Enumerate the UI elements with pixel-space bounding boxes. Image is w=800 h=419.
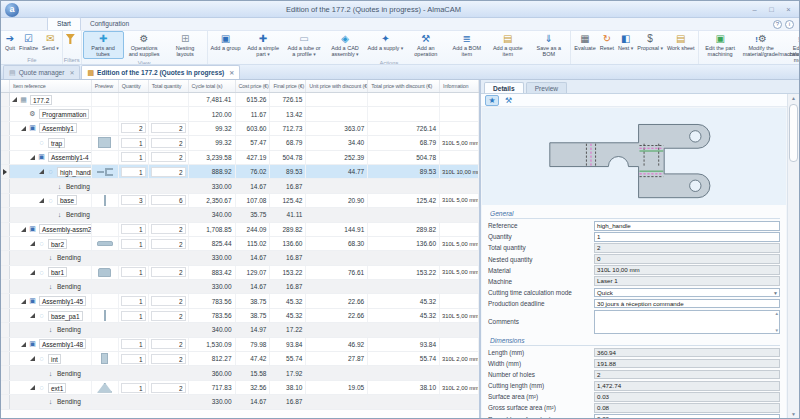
- doc-tab-edition-of-the-177-2-quotes-in-progress[interactable]: ▤Edition of the 177.2 (Quotes in progres…: [81, 65, 240, 79]
- add-a-tube-or-a-profile-button[interactable]: ▭Add a tube or a profile ▾: [284, 31, 325, 59]
- column-header-final-price[interactable]: Final price (€): [270, 80, 306, 92]
- reference-field[interactable]: high_handle: [594, 221, 780, 231]
- row-selector[interactable]: [1, 280, 10, 293]
- quantity-value[interactable]: 2: [151, 311, 186, 321]
- expander-icon[interactable]: [30, 270, 35, 275]
- quantity-value[interactable]: 2: [151, 239, 186, 249]
- table-row[interactable]: ▣Assembly-assm25121,708.85244.09289.8214…: [1, 223, 479, 237]
- details-tab-details[interactable]: Details: [484, 82, 524, 93]
- table-row[interactable]: ◌int12812.2747.4255.7427.8755.74310L 2,0…: [1, 352, 479, 366]
- nest-button[interactable]: ◧Nest ▾: [616, 31, 635, 53]
- quantity-value[interactable]: 3: [121, 195, 146, 205]
- table-row[interactable]: ↓Bending360.0015.5817.92: [1, 366, 479, 380]
- quit-button[interactable]: ➔Quit: [3, 31, 17, 53]
- tools-icon[interactable]: ⚒: [503, 95, 514, 106]
- add-a-quote-item-button[interactable]: ▤Add a quote item: [487, 31, 528, 59]
- quantity-value[interactable]: 2: [151, 339, 186, 349]
- row-selector[interactable]: [1, 179, 10, 192]
- edit-the-calculation-modes-button[interactable]: !$Edit the calculation modes: [782, 31, 799, 65]
- row-selector[interactable]: [1, 381, 10, 394]
- table-row[interactable]: ◌high_handle12888.9276.0289.5344.7789.53…: [1, 165, 479, 179]
- scrollbar-thumb[interactable]: [789, 104, 798, 162]
- table-row[interactable]: ↓Bending340.0035.7541.11: [1, 208, 479, 222]
- quantity-field[interactable]: 1: [594, 232, 780, 242]
- proposal-button[interactable]: $Proposal ▾: [635, 31, 665, 53]
- expander-icon[interactable]: [12, 97, 17, 102]
- row-selector[interactable]: [1, 165, 10, 178]
- table-row[interactable]: ◌base_pa112783.5638.7545.3222.6645.32310…: [1, 309, 479, 323]
- almacam-logo[interactable]: a: [5, 3, 19, 17]
- row-selector[interactable]: [1, 352, 10, 365]
- expander-icon[interactable]: [30, 241, 35, 246]
- table-row[interactable]: ↓Bending340.0014.9717.22: [1, 323, 479, 337]
- cutting-time-calculation-mode-field[interactable]: Quick▼: [594, 288, 780, 298]
- table-row[interactable]: ▦177.27,481.41615.26726.15: [1, 93, 479, 107]
- close-button[interactable]: ×: [780, 2, 797, 17]
- expander-icon[interactable]: [21, 126, 26, 131]
- row-selector[interactable]: [1, 107, 10, 120]
- quantity-value[interactable]: 2: [151, 138, 186, 148]
- row-selector[interactable]: [1, 323, 10, 336]
- parts-and-tubes-button[interactable]: ✚Parts and tubes: [83, 31, 124, 59]
- row-selector[interactable]: [1, 208, 10, 221]
- info-icon[interactable]: i: [785, 20, 794, 29]
- column-header-item-reference[interactable]: Item reference: [10, 80, 92, 92]
- row-selector[interactable]: [1, 93, 10, 106]
- production-deadline-field[interactable]: 30 jours à réception commande: [594, 299, 780, 309]
- column-header-preview[interactable]: Preview: [92, 80, 119, 92]
- minimize-button[interactable]: –: [746, 2, 763, 17]
- table-row[interactable]: ▣Assembly1-4512783.5638.7545.3222.6645.3…: [1, 294, 479, 308]
- quantity-value[interactable]: 1: [121, 152, 146, 162]
- expander-icon[interactable]: [30, 155, 35, 160]
- table-row[interactable]: ↓Bending330.0014.6716.87: [1, 280, 479, 294]
- table-row[interactable]: ◌bar212825.44115.02136.6068.30136.60310L…: [1, 237, 479, 251]
- quantity-value[interactable]: 2: [151, 267, 186, 277]
- table-row[interactable]: ↓Bending330.0014.6716.87: [1, 179, 479, 193]
- expander-icon[interactable]: [39, 169, 44, 174]
- column-header-total-quantity[interactable]: Total quantity: [149, 80, 189, 92]
- quantity-value[interactable]: 2: [151, 296, 186, 306]
- add-a-cad-assembly-button[interactable]: ◈Add a CAD assembly ▾: [325, 31, 366, 59]
- row-selector[interactable]: [1, 194, 10, 207]
- row-selector[interactable]: [1, 366, 10, 379]
- row-selector[interactable]: [1, 122, 10, 135]
- finalize-button[interactable]: ☑Finalize: [17, 31, 40, 53]
- add-a-group-button[interactable]: ▣Add a group: [209, 31, 243, 53]
- quantity-value[interactable]: 1: [121, 354, 146, 364]
- filters-button[interactable]: [64, 31, 77, 47]
- part-preview-area[interactable]: [482, 108, 786, 205]
- expander-icon[interactable]: [21, 299, 26, 304]
- quantity-value[interactable]: 1: [121, 267, 146, 277]
- scroll-down-icon[interactable]: ▼: [788, 411, 799, 417]
- column-header-cost-price[interactable]: Cost price (€): [236, 80, 271, 92]
- save-as-a-bom-button[interactable]: ⇓Save as a BOM: [528, 31, 569, 59]
- row-selector[interactable]: [1, 223, 10, 236]
- quantity-value[interactable]: 1: [121, 339, 146, 349]
- row-selector[interactable]: [1, 309, 10, 322]
- add-a-bom-item-button[interactable]: ≣Add a BOM item: [446, 31, 487, 59]
- quantity-value[interactable]: 2: [121, 123, 146, 133]
- reset-button[interactable]: ↻Reset: [598, 31, 616, 53]
- quantity-value[interactable]: 2: [151, 152, 186, 162]
- doc-tab-quote-manager[interactable]: ▤Quote manager✕: [3, 65, 80, 79]
- row-selector[interactable]: [1, 395, 10, 408]
- row-selector[interactable]: [1, 338, 10, 351]
- row-selector[interactable]: [1, 251, 10, 264]
- quantity-value[interactable]: 1: [121, 239, 146, 249]
- quantity-value[interactable]: 1: [121, 224, 146, 234]
- table-row[interactable]: ◌base362,350.67107.08125.4220.90125.4231…: [1, 194, 479, 208]
- ribbon-tab-configuration[interactable]: Configuration: [81, 18, 138, 30]
- ribbon-tab-start[interactable]: Start: [47, 17, 81, 30]
- table-row[interactable]: ▣Assembly1-48121,530.0979.9893.8446.9293…: [1, 338, 479, 352]
- row-selector[interactable]: [1, 151, 10, 164]
- quantity-value[interactable]: 1: [121, 296, 146, 306]
- table-row[interactable]: ◌ext112717.8332.5638.1019.0538.10310L 2,…: [1, 381, 479, 395]
- column-header-cycle-total-s[interactable]: Cycle total (s): [189, 80, 236, 92]
- expander-icon[interactable]: [21, 342, 26, 347]
- edit-the-part-machining-button[interactable]: ▣Edit the part machining: [700, 31, 741, 59]
- details-scrollbar[interactable]: ▲ ▼: [787, 94, 799, 418]
- quantity-value[interactable]: 2: [151, 167, 186, 177]
- help-icon[interactable]: ?: [773, 20, 782, 29]
- nesting-layouts-button[interactable]: ⊞Nesting layouts: [165, 31, 206, 59]
- quantity-value[interactable]: 1: [121, 383, 146, 393]
